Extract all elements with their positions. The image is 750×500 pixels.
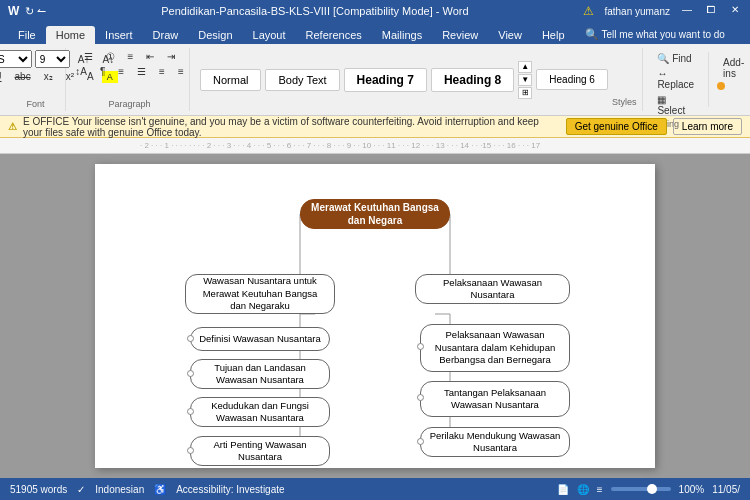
indent-increase-btn[interactable]: ⇥ xyxy=(162,50,180,63)
replace-btn[interactable]: ↔ Replace xyxy=(651,67,700,91)
proofing-icon: ✓ xyxy=(77,484,85,495)
username: fathan yumanz xyxy=(604,6,670,17)
styles-group-label: Styles xyxy=(612,97,637,107)
align-left-btn[interactable]: ≡ xyxy=(113,65,129,78)
strikethrough-btn[interactable]: abc xyxy=(10,70,36,83)
indent-decrease-btn[interactable]: ⇤ xyxy=(141,50,159,63)
tab-review[interactable]: Review xyxy=(432,26,488,44)
mindmap-left-main: Wawasan Nusantara untuk Merawat Keutuhan… xyxy=(185,274,335,314)
zoom-level: 100% xyxy=(679,484,705,495)
mindmap-left-item-4: Arti Penting Wawasan Nusantara xyxy=(190,436,330,466)
title-bar-left: W ↻ ↼ xyxy=(8,4,46,18)
tab-draw[interactable]: Draw xyxy=(143,26,189,44)
accessibility-status: Accessibility: Investigate xyxy=(176,484,284,495)
find-icon: 🔍 xyxy=(657,53,669,64)
search-icon: 🔍 xyxy=(585,28,599,41)
mindmap-left-item-1: Definisi Wawasan Nusantara xyxy=(190,327,330,351)
ribbon-tabs: File Home Insert Draw Design Layout Refe… xyxy=(0,22,750,44)
status-bar: 51905 words ✓ Indonesian ♿ Accessibility… xyxy=(0,478,750,500)
warning-icon: ⚠ xyxy=(8,121,17,132)
sort-btn[interactable]: ↕A xyxy=(70,65,92,78)
tab-layout[interactable]: Layout xyxy=(243,26,296,44)
tab-file[interactable]: File xyxy=(8,26,46,44)
quick-access[interactable]: ↻ ↼ xyxy=(25,5,46,18)
addins-btn[interactable]: Add-ins xyxy=(717,56,750,80)
styles-scroll-arrows: ▲ ▼ ⊞ xyxy=(518,61,532,99)
editing-group: 🔍 Find ↔ Replace ▦ Select Editing Add-in… xyxy=(647,48,750,111)
document-title: Pendidikan-Pancasila-BS-KLS-VIII [Compat… xyxy=(46,5,583,17)
mindmap-left-dot-3 xyxy=(187,408,194,415)
mindmap-left-item-2: Tujuan dan Landasan Wawasan Nusantara xyxy=(190,359,330,389)
para-row2: ↕A ¶ ≡ ☰ ≡ ≡ xyxy=(70,65,189,78)
underline-btn[interactable]: U xyxy=(0,70,7,83)
mindmap-right-item-3: Perilaku Mendukung Wawasan Nusantara xyxy=(420,427,570,457)
warning-text: E OFFICE Your license isn't genuine, and… xyxy=(23,116,560,138)
tab-insert[interactable]: Insert xyxy=(95,26,143,44)
mindmap-left-item-3: Kedudukan dan Fungsi Wawasan Nusantara xyxy=(190,397,330,427)
warning-icon-title: ⚠ xyxy=(583,4,594,18)
style-bodytext-btn[interactable]: Body Text xyxy=(265,69,339,91)
styles-scroll-down[interactable]: ▼ xyxy=(518,74,532,86)
styles-expand[interactable]: ⊞ xyxy=(518,87,532,99)
mindmap-right-main: Pelaksanaan Wawasan Nusantara xyxy=(415,274,570,304)
find-btn[interactable]: 🔍 Find xyxy=(651,52,700,65)
view-print-btn[interactable]: 📄 xyxy=(557,484,569,495)
bullets-btn[interactable]: ☰ xyxy=(79,50,98,63)
tab-view[interactable]: View xyxy=(488,26,532,44)
tab-references[interactable]: References xyxy=(296,26,372,44)
styles-group: Normal Body Text Heading 7 Heading 8 ▲ ▼… xyxy=(194,48,643,111)
numbering-btn[interactable]: ① xyxy=(101,50,120,63)
status-right: 📄 🌐 ≡ 100% 11/05/ xyxy=(557,484,740,495)
word-icon: W xyxy=(8,4,19,18)
align-right-btn[interactable]: ≡ xyxy=(154,65,170,78)
style-heading6-btn[interactable]: Heading 6 xyxy=(536,69,608,90)
styles-scroll-up[interactable]: ▲ xyxy=(518,61,532,73)
mindmap-root: Merawat Keutuhan Bangsa dan Negara xyxy=(300,199,450,229)
font-group-label: Font xyxy=(26,99,44,109)
tab-help[interactable]: Help xyxy=(532,26,575,44)
mindmap-left-dot-2 xyxy=(187,370,194,377)
tab-search[interactable]: 🔍 Tell me what you want to do xyxy=(575,25,735,44)
accessibility-icon: ♿ xyxy=(154,484,166,495)
word-count: 51905 words xyxy=(10,484,67,495)
font-name-select[interactable]: buchet MS xyxy=(0,50,32,68)
justify-btn[interactable]: ≡ xyxy=(173,65,189,78)
style-heading7-btn[interactable]: Heading 7 xyxy=(344,68,427,92)
tab-mailings[interactable]: Mailings xyxy=(372,26,432,44)
mindmap-right-dot-2 xyxy=(417,394,424,401)
get-genuine-btn[interactable]: Get genuine Office xyxy=(566,118,667,135)
paragraph-group-label: Paragraph xyxy=(108,99,150,109)
mindmap-left-dot-4 xyxy=(187,447,194,454)
font-group: buchet MS 9 A↑ A↓ B I U abc x₂ x² A A Fo… xyxy=(6,48,66,111)
show-hide-btn[interactable]: ¶ xyxy=(95,65,110,78)
minimize-btn[interactable]: — xyxy=(680,4,694,18)
subscript-btn[interactable]: x₂ xyxy=(39,70,58,83)
font-size-select[interactable]: 9 xyxy=(35,50,70,68)
align-center-btn[interactable]: ☰ xyxy=(132,65,151,78)
zoom-thumb xyxy=(647,484,657,494)
tab-design[interactable]: Design xyxy=(188,26,242,44)
view-outline-btn[interactable]: ≡ xyxy=(597,484,603,495)
ruler: · 2 · · · 1 · · · · · · · · 2 · · · 3 · … xyxy=(0,138,750,154)
restore-btn[interactable]: ⧠ xyxy=(704,4,718,18)
multilevel-btn[interactable]: ≡ xyxy=(123,50,139,63)
paragraph-group: ☰ ① ≡ ⇤ ⇥ ↕A ¶ ≡ ☰ ≡ ≡ Paragraph xyxy=(70,48,190,111)
ribbon: buchet MS 9 A↑ A↓ B I U abc x₂ x² A A Fo… xyxy=(0,44,750,116)
tab-home[interactable]: Home xyxy=(46,26,95,44)
zoom-slider[interactable] xyxy=(611,487,671,491)
learn-more-btn[interactable]: Learn more xyxy=(673,118,742,135)
mindmap-right-dot-3 xyxy=(417,438,424,445)
mindmap-right-dot-1 xyxy=(417,343,424,350)
replace-icon: ↔ xyxy=(657,68,667,79)
addins-group: Add-ins xyxy=(713,52,750,107)
view-web-btn[interactable]: 🌐 xyxy=(577,484,589,495)
close-btn[interactable]: ✕ xyxy=(728,4,742,18)
select-btn[interactable]: ▦ Select xyxy=(651,93,700,117)
document-page: Merawat Keutuhan Bangsa dan Negara Wawas… xyxy=(95,164,655,468)
style-heading8-btn[interactable]: Heading 8 xyxy=(431,68,514,92)
style-normal-btn[interactable]: Normal xyxy=(200,69,261,91)
mindmap: Merawat Keutuhan Bangsa dan Negara Wawas… xyxy=(125,184,625,478)
language: Indonesian xyxy=(95,484,144,495)
mindmap-right-item-2: Tantangan Pelaksanaan Wawasan Nusantara xyxy=(420,381,570,417)
heading6-area: Heading 6 xyxy=(536,69,608,90)
